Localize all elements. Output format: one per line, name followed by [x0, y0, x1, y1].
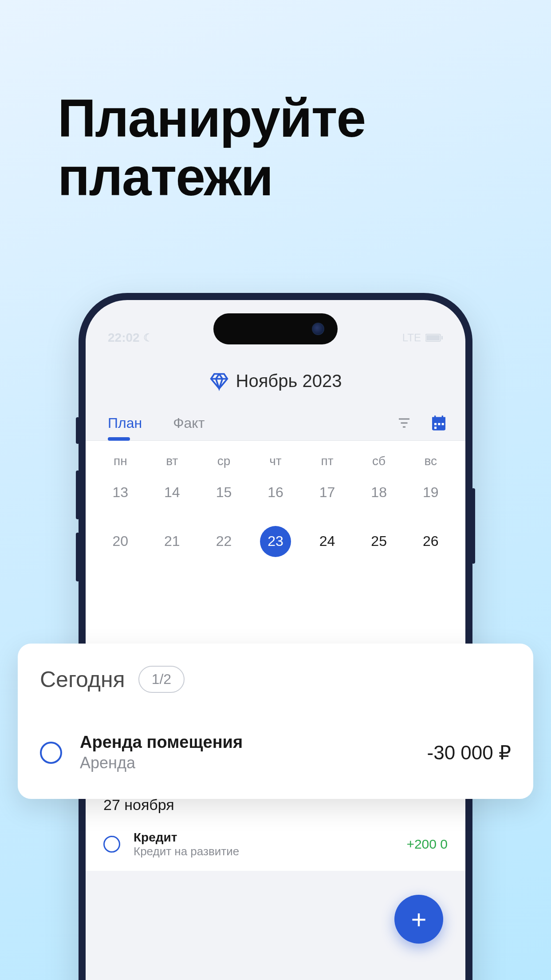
svg-rect-1 [426, 335, 440, 340]
svg-rect-12 [442, 423, 444, 425]
popup-title: Сегодня [40, 667, 125, 692]
calendar-date[interactable]: 22 [198, 526, 250, 557]
item-amount: +200 0 [406, 837, 448, 852]
calendar-dates: 13 14 15 16 17 18 19 20 21 22 23 24 25 2… [86, 477, 465, 570]
page-headline: Планируйте платежи [58, 89, 365, 206]
weekday-label: ср [198, 454, 250, 468]
filter-icon[interactable] [396, 415, 412, 431]
weekday-label: вс [405, 454, 457, 468]
item-sub: Кредит на развитие [134, 845, 393, 858]
popup-count-badge: 1/2 [138, 666, 185, 693]
transaction-list: Кредит Кредит на развитие +200 0 [86, 818, 465, 871]
calendar-date[interactable]: 25 [353, 526, 405, 557]
camera-icon [312, 323, 324, 335]
weekday-label: чт [250, 454, 302, 468]
calendar-date[interactable]: 13 [94, 477, 146, 508]
phone-side-button [76, 533, 79, 581]
status-time: 22:02 [108, 331, 140, 345]
calendar-date[interactable]: 20 [94, 526, 146, 557]
tab-fact[interactable]: Факт [169, 406, 209, 440]
headline-line2: платежи [58, 147, 365, 206]
calendar-date[interactable]: 21 [146, 526, 198, 557]
phone-frame: 22:02 ☾ LTE Ноябрь 2023 План Факт [79, 293, 472, 980]
calendar-date[interactable]: 18 [353, 477, 405, 508]
weekday-label: пт [301, 454, 353, 468]
radio-icon[interactable] [103, 836, 120, 853]
popup-item-amount: -30 000 ₽ [427, 741, 511, 764]
plus-icon: + [411, 904, 426, 935]
status-network: LTE [402, 332, 421, 344]
popup-item[interactable]: Аренда помещения Аренда -30 000 ₽ [40, 733, 511, 772]
calendar-date[interactable]: 16 [250, 477, 302, 508]
calendar-date[interactable]: 24 [301, 526, 353, 557]
calendar-date[interactable]: 17 [301, 477, 353, 508]
weekday-label: вт [146, 454, 198, 468]
phone-screen: 22:02 ☾ LTE Ноябрь 2023 План Факт [86, 300, 465, 980]
svg-rect-11 [438, 423, 440, 425]
month-label: Ноябрь 2023 [236, 371, 342, 391]
headline-line1: Планируйте [58, 89, 365, 147]
popup-item-title: Аренда помещения [80, 733, 409, 752]
add-button[interactable]: + [394, 895, 443, 944]
calendar-icon[interactable] [430, 414, 448, 432]
diamond-icon [209, 371, 229, 391]
list-item[interactable]: Кредит Кредит на развитие +200 0 [103, 818, 448, 871]
today-popup: Сегодня 1/2 Аренда помещения Аренда -30 … [18, 644, 533, 799]
svg-rect-2 [441, 336, 443, 340]
svg-rect-7 [432, 417, 445, 421]
calendar-date-selected[interactable]: 23 [250, 526, 302, 557]
phone-side-button [472, 488, 475, 564]
svg-rect-10 [434, 423, 437, 425]
calendar-date[interactable]: 15 [198, 477, 250, 508]
tabs-row: План Факт [86, 406, 465, 441]
month-selector[interactable]: Ноябрь 2023 [209, 371, 342, 391]
calendar-date[interactable]: 14 [146, 477, 198, 508]
tab-plan[interactable]: План [103, 406, 146, 440]
radio-icon[interactable] [40, 742, 62, 764]
calendar: пн вт ср чт пт сб вс 13 14 15 16 17 18 1… [86, 441, 465, 570]
weekday-label: пн [94, 454, 146, 468]
popup-item-sub: Аренда [80, 754, 409, 772]
battery-icon [425, 333, 443, 342]
calendar-date[interactable]: 26 [405, 526, 457, 557]
phone-notch [213, 313, 338, 344]
moon-icon: ☾ [143, 332, 153, 344]
item-title: Кредит [134, 830, 393, 845]
app-header: Ноябрь 2023 [86, 353, 465, 406]
phone-side-button [76, 417, 79, 444]
calendar-weekdays: пн вт ср чт пт сб вс [86, 441, 465, 477]
weekday-label: сб [353, 454, 405, 468]
calendar-date[interactable]: 19 [405, 477, 457, 508]
phone-side-button [76, 470, 79, 519]
svg-rect-13 [434, 427, 437, 429]
